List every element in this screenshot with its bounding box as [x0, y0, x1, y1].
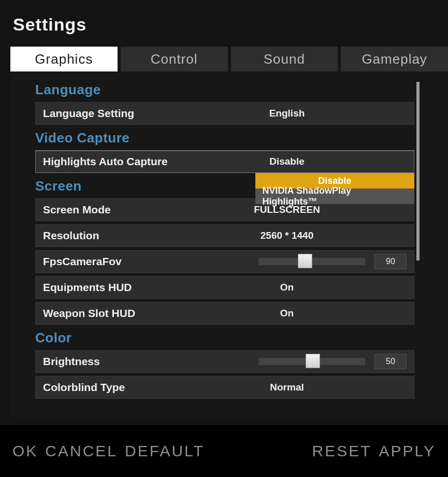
section-video-capture-title: Video Capture: [35, 130, 414, 146]
page-title: Settings: [13, 15, 86, 35]
label-highlights: Highlights Auto Capture: [43, 155, 168, 168]
footer-right: RESET APPLY: [312, 442, 436, 460]
settings-scroll[interactable]: Language Language Setting English Video …: [35, 82, 414, 417]
tab-bar: Graphics Control Sound Gameplay: [10, 47, 448, 71]
dropdown-option-shadowplay[interactable]: NVIDIA ShadowPlay Highlights™: [255, 189, 414, 204]
slider-brightness-wrap: 50: [258, 354, 407, 369]
row-fov[interactable]: FpsCameraFov 90: [35, 250, 414, 273]
label-fov: FpsCameraFov: [43, 255, 122, 268]
value-equipments-hud: On: [209, 282, 365, 293]
tab-graphics[interactable]: Graphics: [10, 47, 118, 71]
slider-brightness-value[interactable]: 50: [374, 354, 407, 369]
label-brightness: Brightness: [43, 355, 100, 368]
settings-window: Settings Graphics Control Sound Gameplay…: [0, 0, 448, 477]
value-resolution: 2560 * 1440: [209, 230, 365, 241]
dropdown-highlights[interactable]: Disable NVIDIA ShadowPlay Highlights™: [255, 173, 414, 204]
section-color-title: Color: [35, 330, 414, 346]
row-colorblind[interactable]: Colorblind Type Normal: [35, 376, 414, 399]
footer-bar: OK CANCEL DEFAULT RESET APPLY: [0, 425, 448, 477]
row-equipments-hud[interactable]: Equipments HUD On: [35, 276, 414, 299]
default-button[interactable]: DEFAULT: [125, 442, 205, 460]
value-language-setting: English: [209, 108, 365, 119]
row-resolution[interactable]: Resolution 2560 * 1440: [35, 224, 414, 247]
row-language-setting[interactable]: Language Setting English: [35, 102, 414, 125]
value-highlights: Disable: [209, 156, 365, 167]
slider-fov-track[interactable]: [258, 258, 365, 265]
scrollbar[interactable]: [416, 82, 420, 261]
label-language-setting: Language Setting: [43, 107, 134, 120]
row-brightness[interactable]: Brightness 50: [35, 350, 414, 373]
cancel-button[interactable]: CANCEL: [45, 442, 118, 460]
footer-left: OK CANCEL DEFAULT: [12, 442, 205, 460]
label-screen-mode: Screen Mode: [43, 204, 111, 216]
apply-button[interactable]: APPLY: [379, 442, 436, 460]
label-resolution: Resolution: [43, 229, 99, 242]
settings-panel: Language Language Setting English Video …: [10, 71, 448, 417]
label-weapon-slot-hud: Weapon Slot HUD: [43, 307, 135, 320]
value-weapon-slot-hud: On: [209, 308, 365, 319]
tab-gameplay[interactable]: Gameplay: [341, 47, 448, 71]
section-language-title: Language: [35, 82, 414, 98]
row-highlights-auto-capture[interactable]: Highlights Auto Capture Disable: [35, 150, 414, 173]
slider-fov-wrap: 90: [258, 254, 407, 269]
tab-control[interactable]: Control: [121, 47, 228, 71]
row-weapon-slot-hud[interactable]: Weapon Slot HUD On: [35, 302, 414, 325]
label-colorblind: Colorblind Type: [43, 381, 125, 394]
value-colorblind: Normal: [209, 382, 365, 393]
slider-brightness-track[interactable]: [258, 358, 365, 365]
label-equipments-hud: Equipments HUD: [43, 281, 132, 294]
slider-fov-thumb[interactable]: [298, 254, 312, 268]
reset-button[interactable]: RESET: [312, 442, 371, 460]
ok-button[interactable]: OK: [12, 442, 38, 460]
slider-brightness-thumb[interactable]: [306, 354, 320, 368]
slider-fov-value[interactable]: 90: [374, 254, 407, 269]
tab-sound[interactable]: Sound: [231, 47, 338, 71]
